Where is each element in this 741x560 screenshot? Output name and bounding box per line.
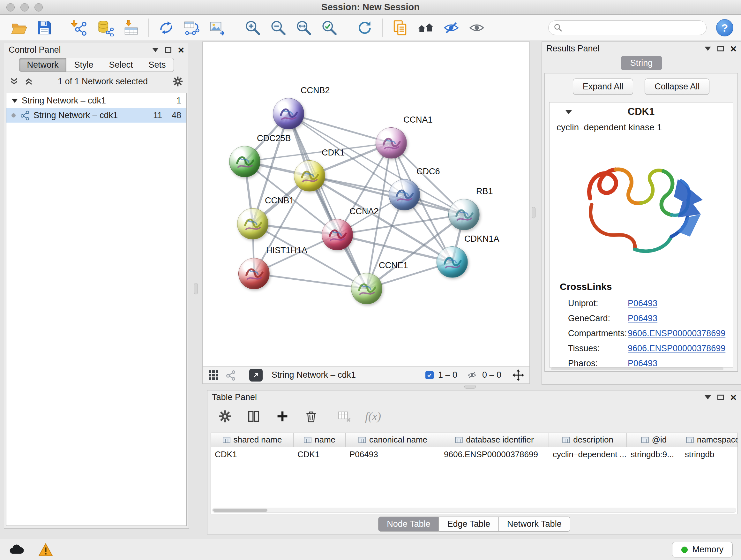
open-session-button[interactable]	[8, 17, 30, 38]
clone-network-button[interactable]	[155, 17, 178, 38]
warning-icon[interactable]	[38, 543, 53, 557]
network-from-table-button[interactable]	[181, 17, 203, 38]
minimize-window-button[interactable]	[20, 3, 29, 11]
gene-card-header[interactable]: CDK1	[549, 103, 733, 121]
zoom-in-icon	[244, 19, 261, 37]
zoom-selected-button[interactable]	[318, 17, 340, 38]
expand-all-icon[interactable]	[24, 77, 33, 86]
panel-close-icon[interactable]: ×	[730, 392, 737, 402]
collapse-all-button[interactable]: Collapse All	[645, 78, 710, 95]
panel-close-icon[interactable]: ×	[178, 44, 184, 55]
zoom-fit-button[interactable]	[293, 17, 315, 38]
column-header--id[interactable]: @id	[627, 433, 681, 447]
crosslink-link[interactable]: P06493	[628, 314, 657, 323]
network-node-ccnb2[interactable]	[273, 98, 304, 129]
import-table-button[interactable]	[120, 17, 142, 38]
column-header-shared-name[interactable]: shared name	[211, 433, 293, 447]
panel-close-icon[interactable]: ×	[730, 43, 737, 54]
network-node-rb1[interactable]	[448, 199, 480, 230]
crosslink-row: GeneCard:P06493	[549, 311, 733, 326]
column-header-namespace[interactable]: namespace	[681, 433, 738, 447]
selected-checkbox[interactable]	[425, 371, 434, 379]
network-node-ccne1[interactable]	[351, 273, 382, 304]
tab-edge-table[interactable]: Edge Table	[439, 516, 499, 532]
search-input[interactable]	[566, 23, 701, 33]
tab-select[interactable]: Select	[101, 58, 141, 72]
network-node-cdk1[interactable]	[294, 160, 325, 192]
network-node-ccna2[interactable]	[322, 219, 353, 250]
column-header-name[interactable]: name	[293, 433, 346, 447]
network-node-hist1h1a[interactable]	[239, 258, 270, 289]
export-image-button[interactable]	[206, 17, 228, 38]
table-row[interactable]: CDK1CDK1P064939606.ENSP00000378699cyclin…	[211, 447, 738, 461]
network-node-ccna1[interactable]	[376, 127, 407, 159]
left-splitter-handle[interactable]	[194, 283, 198, 294]
panel-menu-icon[interactable]	[704, 395, 711, 399]
network-node-cdc25b[interactable]	[229, 146, 260, 177]
refresh-button[interactable]	[354, 17, 376, 38]
bottom-splitter-handle[interactable]	[464, 385, 476, 388]
create-column-button[interactable]	[274, 408, 290, 424]
collapse-section-icon[interactable]	[565, 110, 572, 114]
zoom-in-button[interactable]	[242, 17, 264, 38]
network-collection-row[interactable]: String Network – cdk1 1	[6, 93, 186, 108]
show-eye-button[interactable]	[466, 17, 488, 38]
fit-content-icon[interactable]	[512, 369, 524, 381]
hidden-eye-icon[interactable]	[466, 370, 478, 380]
toolbar-button-group	[8, 17, 488, 38]
panel-float-icon[interactable]	[718, 46, 724, 51]
expand-all-button[interactable]: Expand All	[573, 78, 633, 95]
show-columns-button[interactable]	[246, 408, 262, 424]
column-header-canonical-name[interactable]: canonical name	[346, 433, 440, 447]
results-hscrollbar[interactable]	[551, 368, 724, 370]
memory-button[interactable]: Memory	[672, 542, 733, 557]
crosslink-link[interactable]: 9606.ENSP00000378699	[628, 328, 725, 338]
toolbar-separator	[148, 18, 149, 37]
table-settings-button[interactable]	[217, 408, 233, 424]
column-header-database-identifier[interactable]: database identifier	[440, 433, 549, 447]
save-session-button[interactable]	[33, 17, 56, 38]
cloud-icon[interactable]	[8, 544, 24, 556]
network-node-cdkn1a[interactable]	[436, 246, 468, 278]
table-header-row: shared namenamecanonical namedatabase id…	[211, 433, 738, 447]
network-canvas[interactable]: CCNB2CCNA1CDC25BCDK1CDC6RB1CCNB1CCNA2CDK…	[203, 42, 529, 366]
crosslink-link[interactable]: P06493	[628, 359, 657, 368]
tab-style[interactable]: Style	[66, 58, 101, 72]
tab-network-table[interactable]: Network Table	[499, 516, 570, 532]
import-database-button[interactable]	[94, 17, 117, 38]
table-hscrollbar[interactable]	[212, 508, 736, 513]
crosslink-link[interactable]: P06493	[628, 299, 657, 308]
open-in-new-window-button[interactable]	[249, 369, 263, 381]
close-window-button[interactable]	[6, 3, 15, 11]
help-button[interactable]: ?	[716, 19, 733, 37]
right-splitter-handle[interactable]	[532, 207, 536, 219]
tab-node-table[interactable]: Node Table	[378, 516, 439, 532]
table-hscrollbar-thumb[interactable]	[213, 509, 267, 512]
panel-float-icon[interactable]	[718, 395, 724, 400]
zoom-fit-icon	[295, 19, 313, 37]
network-node-ccnb1[interactable]	[237, 208, 268, 240]
delete-column-button[interactable]	[303, 408, 319, 424]
panel-menu-icon[interactable]	[704, 47, 711, 51]
collapse-all-icon[interactable]	[9, 77, 19, 86]
hide-eye-button[interactable]	[440, 17, 462, 38]
maximize-window-button[interactable]	[35, 3, 43, 11]
panel-float-icon[interactable]	[165, 47, 172, 53]
import-network-button[interactable]	[69, 17, 91, 38]
grid-view-icon[interactable]	[208, 369, 219, 381]
crosslink-link[interactable]: 9606.ENSP00000378699	[628, 344, 725, 354]
network-node-label: CDKN1A	[464, 234, 499, 244]
tab-string[interactable]: String	[621, 56, 663, 70]
network-row[interactable]: String Network – cdk1 11 48	[6, 108, 186, 123]
tab-network[interactable]: Network	[19, 58, 66, 72]
column-header-description[interactable]: description	[549, 433, 627, 447]
tree-expand-icon[interactable]	[11, 99, 18, 103]
panel-menu-icon[interactable]	[152, 48, 158, 52]
gear-icon[interactable]	[172, 76, 184, 87]
tab-sets[interactable]: Sets	[141, 58, 174, 72]
zoom-out-button[interactable]	[267, 17, 289, 38]
home-button[interactable]	[414, 17, 437, 38]
copy-button[interactable]	[389, 17, 411, 38]
birdseye-view-icon[interactable]	[225, 370, 236, 381]
network-node-cdc6[interactable]	[389, 179, 420, 210]
